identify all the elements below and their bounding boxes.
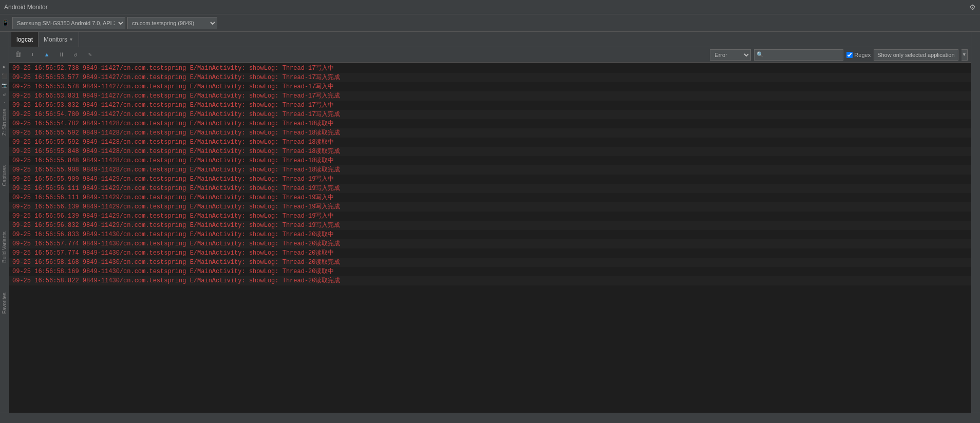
log-line[interactable]: 09-25 16:56:56.111 9849-11429/cn.com.tes… bbox=[9, 193, 971, 202]
log-line[interactable]: 09-25 16:56:54.780 9849-11427/cn.com.tes… bbox=[9, 110, 971, 119]
camera-icon[interactable]: 📷 bbox=[1, 81, 9, 89]
monitors-arrow: ▼ bbox=[69, 37, 73, 42]
title-text: Android Monitor bbox=[4, 4, 48, 11]
regex-text: Regex bbox=[854, 52, 871, 58]
scroll-end-button[interactable]: ⬇ bbox=[27, 49, 38, 61]
show-only-dropdown-arrow[interactable]: ▼ bbox=[962, 49, 968, 61]
z-structure-tab[interactable]: Z: Structure bbox=[2, 107, 7, 138]
tab-monitors[interactable]: Monitors ▼ bbox=[39, 32, 79, 47]
log-line[interactable]: 09-25 16:56:56.139 9849-11429/cn.com.tes… bbox=[9, 202, 971, 212]
log-line[interactable]: 09-25 16:56:52.738 9849-11427/cn.com.tes… bbox=[9, 64, 971, 73]
log-line[interactable]: 09-25 16:56:53.832 9849-11427/cn.com.tes… bbox=[9, 101, 971, 110]
captures-tab[interactable]: Captures bbox=[2, 163, 7, 188]
tab-logcat-label: logcat bbox=[16, 36, 33, 43]
log-line[interactable]: 09-25 16:56:55.909 9849-11429/cn.com.tes… bbox=[9, 175, 971, 184]
clear-log-button[interactable]: 🗑 bbox=[12, 49, 24, 61]
title-bar: Android Monitor ⚙ bbox=[0, 0, 980, 14]
pause-button[interactable]: ⏸ bbox=[55, 49, 67, 61]
tab-logcat[interactable]: logcat bbox=[11, 32, 39, 47]
log-line[interactable]: 09-25 16:56:55.848 9849-11428/cn.com.tes… bbox=[9, 156, 971, 165]
log-line[interactable]: 09-25 16:56:53.578 9849-11427/cn.com.tes… bbox=[9, 82, 971, 91]
log-line[interactable]: 09-25 16:56:53.831 9849-11427/cn.com.tes… bbox=[9, 91, 971, 101]
device-select[interactable]: Samsung SM-G9350 Android 7.0, API 24 bbox=[12, 17, 125, 29]
toolbar: 📱 Samsung SM-G9350 Android 7.0, API 24 c… bbox=[0, 14, 980, 32]
log-level-select[interactable]: VerboseDebugInfoWarnErrorAssert bbox=[710, 49, 751, 61]
search-icon: 🔍 bbox=[755, 51, 766, 58]
tab-bar: logcat Monitors ▼ bbox=[9, 32, 971, 47]
log-line[interactable]: 09-25 16:56:58.168 9849-11430/cn.com.tes… bbox=[9, 258, 971, 267]
vertical-left-tabs: Z: Structure Captures Build Variants Fav… bbox=[0, 103, 9, 320]
log-line[interactable]: 09-25 16:56:56.139 9849-11429/cn.com.tes… bbox=[9, 212, 971, 221]
show-only-button[interactable]: Show only selected application bbox=[874, 49, 958, 61]
tab-monitors-label: Monitors bbox=[44, 36, 67, 43]
log-line[interactable]: 09-25 16:56:57.774 9849-11430/cn.com.tes… bbox=[9, 248, 971, 258]
device-icon: 📱 bbox=[2, 20, 9, 26]
log-line[interactable]: 09-25 16:56:56.832 9849-11429/cn.com.tes… bbox=[9, 221, 971, 230]
log-line[interactable]: 09-25 16:56:55.908 9849-11428/cn.com.tes… bbox=[9, 165, 971, 175]
settings-icon[interactable]: ⚙ bbox=[969, 3, 976, 11]
log-toolbar: 🗑 ⬇ ▲ ⏸ ↺ ✎ VerboseDebugInfoWarnErrorAss… bbox=[9, 47, 971, 63]
log-line[interactable]: 09-25 16:56:53.577 9849-11427/cn.com.tes… bbox=[9, 73, 971, 82]
log-content[interactable]: 09-25 16:56:52.738 9849-11427/cn.com.tes… bbox=[9, 63, 971, 413]
edit-filter-button[interactable]: ✎ bbox=[84, 49, 96, 61]
refresh-icon[interactable]: ↺ bbox=[1, 90, 9, 99]
restart-button[interactable]: ↺ bbox=[70, 49, 81, 61]
right-panel bbox=[971, 32, 980, 413]
log-line[interactable]: 09-25 16:56:56.833 9849-11430/cn.com.tes… bbox=[9, 230, 971, 239]
search-input[interactable] bbox=[766, 49, 843, 61]
play-icon[interactable]: ▶ bbox=[1, 63, 9, 71]
build-variants-tab[interactable]: Build Variants bbox=[2, 229, 7, 265]
stop-icon[interactable]: ⬛ bbox=[1, 72, 9, 80]
log-line[interactable]: 09-25 16:56:55.848 9849-11428/cn.com.tes… bbox=[9, 147, 971, 156]
log-line[interactable]: 09-25 16:56:58.169 9849-11430/cn.com.tes… bbox=[9, 267, 971, 276]
up-button[interactable]: ▲ bbox=[41, 49, 52, 61]
log-line[interactable]: 09-25 16:56:57.774 9849-11430/cn.com.tes… bbox=[9, 239, 971, 248]
log-line[interactable]: 09-25 16:56:58.822 9849-11430/cn.com.tes… bbox=[9, 276, 971, 285]
log-line[interactable]: 09-25 16:56:56.111 9849-11429/cn.com.tes… bbox=[9, 184, 971, 193]
log-line[interactable]: 09-25 16:56:55.592 9849-11428/cn.com.tes… bbox=[9, 138, 971, 147]
favorites-tab[interactable]: Favorites bbox=[2, 291, 7, 316]
regex-label[interactable]: Regex bbox=[846, 52, 871, 58]
package-select[interactable]: cn.com.testspring (9849) bbox=[127, 17, 217, 29]
show-only-label: Show only selected application bbox=[877, 52, 954, 58]
regex-checkbox[interactable] bbox=[846, 52, 853, 58]
log-line[interactable]: 09-25 16:56:55.592 9849-11428/cn.com.tes… bbox=[9, 128, 971, 138]
log-line[interactable]: 09-25 16:56:54.782 9849-11428/cn.com.tes… bbox=[9, 119, 971, 128]
status-bar bbox=[0, 413, 980, 423]
